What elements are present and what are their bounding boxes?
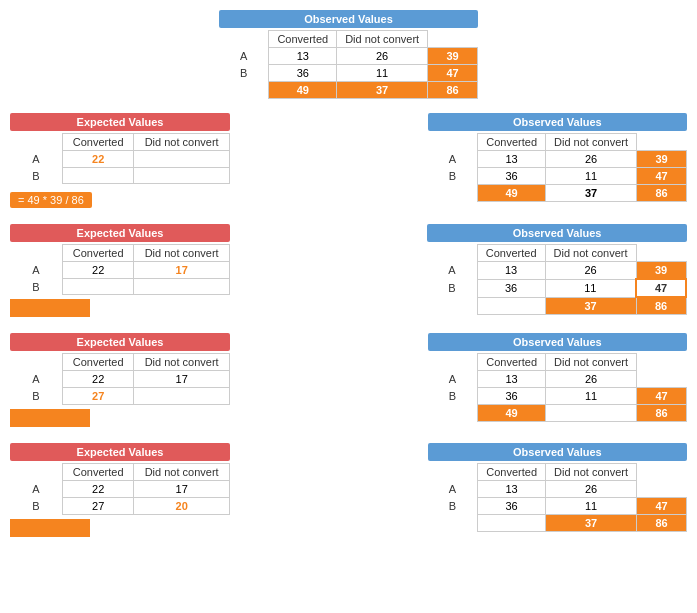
row-b-label: B	[219, 65, 269, 82]
row4-observed-block: Observed Values Converted Did not conver…	[428, 333, 687, 427]
header-converted: Converted	[269, 31, 337, 48]
footer-converted: 49	[269, 82, 337, 99]
row3-expected-block: Expected Values Converted Did not conver…	[10, 224, 230, 317]
row5-observed-block: Observed Values Converted Did not conver…	[428, 443, 687, 537]
formula-label: = 49 * 39 / 86	[10, 192, 92, 208]
section-row4: Expected Values Converted Did not conver…	[10, 333, 687, 427]
row2-observed-block: Observed Values Converted Did not conver…	[428, 113, 687, 208]
top-observed-block: Observed Values Converted Did not conver…	[219, 10, 478, 99]
header-did-not-convert: Did not convert	[337, 31, 428, 48]
row2-observed-table: Converted Did not convert A 13 26 39 B 3…	[428, 133, 687, 202]
section-row2: Expected Values Converted Did not conver…	[10, 113, 687, 208]
footer-didnotconvert: 37	[337, 82, 428, 99]
cell-b-converted: 36	[269, 65, 337, 82]
row2-expected-title: Expected Values	[10, 113, 230, 131]
section-row5: Expected Values Converted Did not conver…	[10, 443, 687, 537]
cell-b-total: 47	[428, 65, 478, 82]
cell-a-total: 39	[428, 48, 478, 65]
row2-a-converted: 22	[63, 151, 134, 168]
top-observed-table: Converted Did not convert A 13 26 39 B 3…	[219, 30, 478, 99]
row5-expected-block: Expected Values Converted Did not conver…	[10, 443, 230, 537]
cell-a-didnotconvert: 26	[337, 48, 428, 65]
row2-expected-block: Expected Values Converted Did not conver…	[10, 113, 230, 208]
section-row3: Expected Values Converted Did not conver…	[10, 224, 687, 317]
cell-a-converted: 13	[269, 48, 337, 65]
row3-observed-block: Observed Values Converted Did not conver…	[427, 224, 687, 317]
row2-expected-table: Converted Did not convert A 22 B	[10, 133, 230, 184]
row4-left-bar	[10, 409, 90, 427]
cell-b-didnotconvert: 11	[337, 65, 428, 82]
top-observed-title: Observed Values	[219, 10, 478, 28]
row3-left-bar	[10, 299, 90, 317]
row5-left-bar	[10, 519, 90, 537]
row-a-label: A	[219, 48, 269, 65]
footer-total: 86	[428, 82, 478, 99]
row2-observed-title: Observed Values	[428, 113, 687, 131]
row4-expected-block: Expected Values Converted Did not conver…	[10, 333, 230, 427]
